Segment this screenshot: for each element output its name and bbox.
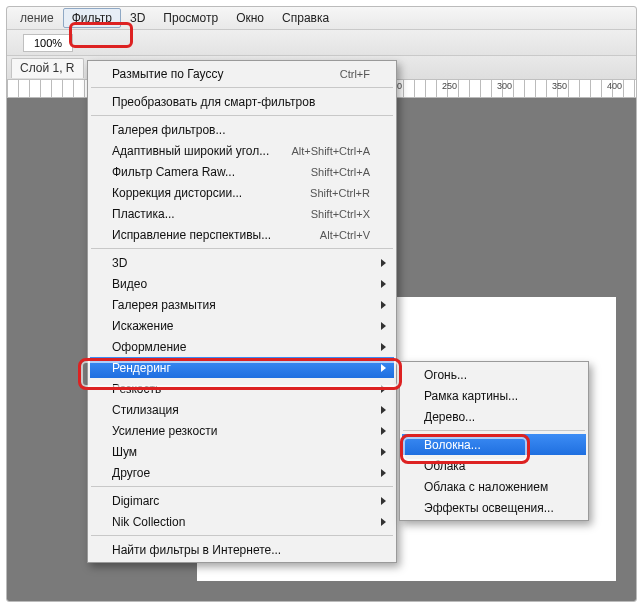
menu-item[interactable]: Digimarc [90, 490, 394, 511]
menu-item-label: Стилизация [112, 403, 179, 417]
menu-item-label: Галерея размытия [112, 298, 216, 312]
menu-item-label: Огонь... [424, 368, 467, 382]
menu-item[interactable]: Размытие по ГауссуCtrl+F [90, 63, 394, 84]
menu-separator [91, 248, 393, 249]
menu-item-label: Волокна... [424, 438, 481, 452]
menu-item-filter[interactable]: Фильтр [63, 8, 121, 28]
submenu-item[interactable]: Дерево... [402, 406, 586, 427]
menu-item-label: Адаптивный широкий угол... [112, 144, 269, 158]
ruler-mark: 350 [552, 81, 567, 91]
menu-item[interactable]: Галерея фильтров... [90, 119, 394, 140]
menu-item-label: Облака [424, 459, 466, 473]
menu-separator [403, 430, 585, 431]
menu-item[interactable]: Видео [90, 273, 394, 294]
menu-item-label: Видео [112, 277, 147, 291]
menu-item-label: Галерея фильтров... [112, 123, 225, 137]
menu-item[interactable]: 3D [90, 252, 394, 273]
menu-item-3d[interactable]: 3D [121, 8, 154, 28]
menu-separator [91, 535, 393, 536]
ruler-mark: 400 [607, 81, 622, 91]
filter-dropdown-menu: Размытие по ГауссуCtrl+FПреобразовать дл… [87, 60, 397, 563]
menu-item-label: Рамка картины... [424, 389, 518, 403]
menu-shortcut: Shift+Ctrl+A [311, 166, 370, 178]
ruler-mark: 300 [497, 81, 512, 91]
submenu-item[interactable]: Рамка картины... [402, 385, 586, 406]
menu-item-label: Найти фильтры в Интернете... [112, 543, 281, 557]
menu-item[interactable]: Преобразовать для смарт-фильтров [90, 91, 394, 112]
menu-item[interactable]: Коррекция дисторсии...Shift+Ctrl+R [90, 182, 394, 203]
menu-item-label: Облака с наложением [424, 480, 548, 494]
menu-item-label: Digimarc [112, 494, 159, 508]
menu-item-label: Рендеринг [112, 361, 171, 375]
rendering-submenu: Огонь...Рамка картины...Дерево...Волокна… [399, 361, 589, 521]
menu-item-label: Пластика... [112, 207, 175, 221]
menu-separator [91, 486, 393, 487]
menu-item[interactable]: Исправление перспективы...Alt+Ctrl+V [90, 224, 394, 245]
submenu-item[interactable]: Волокна... [402, 434, 586, 455]
menu-item[interactable]: Стилизация [90, 399, 394, 420]
menu-item[interactable]: Галерея размытия [90, 294, 394, 315]
menu-item-label: Преобразовать для смарт-фильтров [112, 95, 315, 109]
menu-item-label: Размытие по Гауссу [112, 67, 223, 81]
menu-item-label: Шум [112, 445, 137, 459]
menu-item-label: Коррекция дисторсии... [112, 186, 242, 200]
menu-item[interactable]: Другое [90, 462, 394, 483]
submenu-item[interactable]: Огонь... [402, 364, 586, 385]
menu-shortcut: Ctrl+F [340, 68, 370, 80]
menu-item[interactable]: Рендеринг [90, 357, 394, 378]
ruler-mark: 250 [442, 81, 457, 91]
menu-separator [91, 87, 393, 88]
zoom-field[interactable]: 100% [23, 34, 73, 52]
menu-item[interactable]: Nik Collection [90, 511, 394, 532]
document-tab[interactable]: Слой 1, R [11, 58, 84, 78]
menu-item[interactable]: Адаптивный широкий угол...Alt+Shift+Ctrl… [90, 140, 394, 161]
menu-item-label: Резкость [112, 382, 161, 396]
menu-shortcut: Alt+Shift+Ctrl+A [291, 145, 370, 157]
submenu-item[interactable]: Эффекты освещения... [402, 497, 586, 518]
menu-item-label: Искажение [112, 319, 174, 333]
menu-item-window[interactable]: Окно [227, 8, 273, 28]
menu-separator [91, 115, 393, 116]
menu-bar: ление Фильтр 3D Просмотр Окно Справка [7, 7, 636, 30]
menu-item[interactable]: Фильтр Camera Raw...Shift+Ctrl+A [90, 161, 394, 182]
menu-item-view[interactable]: Просмотр [154, 8, 227, 28]
menu-item[interactable]: Искажение [90, 315, 394, 336]
menu-shortcut: Alt+Ctrl+V [320, 229, 370, 241]
menu-item[interactable]: Пластика...Shift+Ctrl+X [90, 203, 394, 224]
menu-item[interactable]: Шум [90, 441, 394, 462]
menu-item-label: Усиление резкости [112, 424, 217, 438]
menu-item-label: 3D [112, 256, 127, 270]
menu-item[interactable]: Оформление [90, 336, 394, 357]
submenu-item[interactable]: Облака [402, 455, 586, 476]
menu-item-label: Оформление [112, 340, 186, 354]
menu-shortcut: Shift+Ctrl+R [310, 187, 370, 199]
menu-item-label: Исправление перспективы... [112, 228, 271, 242]
menu-item-help[interactable]: Справка [273, 8, 338, 28]
menu-item[interactable]: Найти фильтры в Интернете... [90, 539, 394, 560]
menu-item-label: Эффекты освещения... [424, 501, 554, 515]
menu-item-label: Другое [112, 466, 150, 480]
menu-item-label: Дерево... [424, 410, 475, 424]
menu-item-truncated[interactable]: ление [11, 8, 63, 28]
submenu-item[interactable]: Облака с наложением [402, 476, 586, 497]
menu-item-label: Фильтр Camera Raw... [112, 165, 235, 179]
menu-shortcut: Shift+Ctrl+X [311, 208, 370, 220]
menu-item[interactable]: Резкость [90, 378, 394, 399]
options-bar: 100% [7, 30, 636, 56]
menu-item[interactable]: Усиление резкости [90, 420, 394, 441]
menu-item-label: Nik Collection [112, 515, 185, 529]
